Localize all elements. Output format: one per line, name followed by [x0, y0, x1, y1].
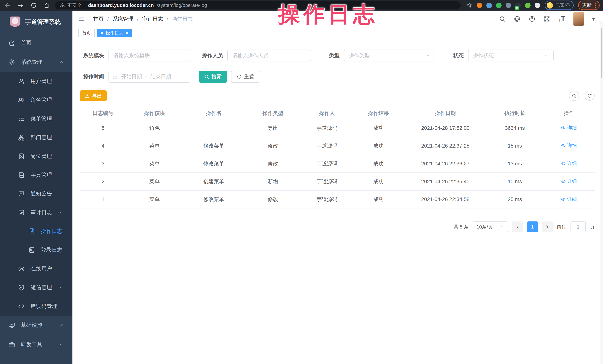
sidebar-item-用户管理[interactable]: 用户管理 [0, 72, 72, 91]
sidebar-item-字典管理[interactable]: 字典管理 [0, 165, 72, 184]
orange-ring-extension-icon[interactable] [477, 3, 482, 8]
sidebar-item-label: 字典管理 [30, 171, 52, 179]
breadcrumb: 首页/系统管理/审计日志/操作日志 [93, 15, 193, 22]
chevron-down-icon [544, 53, 549, 58]
date-range-input[interactable]: 开始日期 - 结束日期 [108, 71, 190, 83]
sidebar-item-研发工具[interactable]: 研发工具 [0, 335, 72, 354]
sidebar-item-首页[interactable]: 首页 [0, 33, 72, 53]
forward-icon[interactable] [17, 2, 24, 9]
prev-page-button[interactable] [512, 221, 523, 232]
end-date-placeholder: 结束日期 [150, 73, 171, 80]
table-row: 2菜单创建菜单新增芋道源码成功2021-04-26 22:35:4515 ms详… [80, 173, 595, 191]
avatar[interactable] [573, 12, 584, 26]
github-icon[interactable] [514, 16, 521, 22]
goto-page-input[interactable]: 1 [570, 221, 586, 232]
sidebar-item-操作日志[interactable]: 操作日志 [0, 222, 72, 241]
sidebar-item-登录日志[interactable]: 登录日志 [0, 241, 72, 259]
green-leaf-extension-icon[interactable] [525, 3, 531, 8]
browser-nav-buttons [0, 2, 55, 9]
tag-首页[interactable]: 首页 [78, 29, 95, 37]
sidebar-item-岗位管理[interactable]: 岗位管理 [0, 147, 72, 165]
question-icon[interactable] [529, 16, 535, 22]
tag-操作日志[interactable]: 操作日志× [97, 29, 132, 37]
next-page-button[interactable] [542, 221, 553, 232]
status-select[interactable]: 操作状态 [468, 50, 554, 61]
page-content: 系统模块 请输入系统模块 操作人员 请输入操作人员 类型 操作类型 状态 操作状… [72, 39, 603, 364]
page-scrollbar[interactable] [600, 21, 603, 364]
sidebar-item-审计日志[interactable]: 审计日志 [0, 203, 72, 222]
detail-link[interactable]: 详细 [561, 124, 577, 131]
breadcrumb-item: 操作日志 [172, 15, 193, 22]
sidebar-item-基础设施[interactable]: 基础设施 [0, 316, 72, 335]
sidebar-item-通知公告[interactable]: 通知公告 [0, 184, 72, 203]
table-cell: 芋道源码 [301, 178, 353, 185]
sidebar-item-错误码管理[interactable]: 错误码管理 [0, 297, 72, 316]
column-header: 日志编号 [80, 110, 126, 117]
green-circle-extension-icon[interactable] [496, 3, 502, 8]
refresh-icon [587, 93, 592, 98]
reload-icon[interactable] [30, 2, 37, 9]
users-icon [18, 97, 25, 104]
detail-link[interactable]: 详细 [561, 178, 577, 185]
sidebar-item-短信管理[interactable]: 短信管理 [0, 278, 72, 297]
table-cell: 成功 [353, 124, 404, 132]
dark-switch-extension-icon[interactable]: on [515, 3, 521, 8]
fontsize-icon[interactable]: TT [558, 16, 565, 22]
home-icon[interactable] [44, 2, 50, 9]
search-icon[interactable] [499, 16, 506, 22]
browser-menu-icon[interactable] [595, 3, 596, 8]
page-number-button[interactable]: 1 [527, 221, 538, 232]
detail-link[interactable]: 详细 [561, 196, 577, 202]
paused-extension-pill[interactable]: 已暂停 [545, 0, 574, 10]
security-indicator[interactable]: 不安全 [60, 2, 82, 9]
type-select[interactable]: 操作类型 [344, 50, 435, 61]
refresh-table-button[interactable] [585, 91, 595, 101]
back-icon[interactable] [4, 2, 11, 9]
operate-log-icon [28, 228, 35, 235]
caret-down-icon[interactable]: ▾ [592, 16, 595, 22]
reset-button[interactable]: 重置 [231, 71, 260, 83]
bookmark-star-icon[interactable] [466, 2, 472, 8]
pagination: 共 5 条 10条/页 1 前往 1 页 [80, 221, 595, 232]
scrollbar-thumb[interactable] [601, 28, 603, 78]
blue-drop-extension-icon[interactable] [486, 3, 492, 8]
tag-close-icon[interactable]: × [126, 31, 128, 35]
browser-update-button[interactable]: 更新 [578, 0, 600, 10]
detail-link[interactable]: 详细 [561, 142, 577, 149]
sidebar-item-在线用户[interactable]: 在线用户 [0, 259, 72, 278]
puzzle-extension-icon[interactable] [535, 3, 540, 8]
address-bar[interactable]: 不安全 dashboard.yudao.iocoder.cn /system/l… [55, 1, 461, 10]
extension-on-badge: on [515, 6, 519, 10]
sidebar-logo-row[interactable]: 芋道管理系统 [0, 11, 72, 33]
sidebar-item-系统管理[interactable]: 系统管理 [0, 53, 72, 72]
main-area: 首页/系统管理/审计日志/操作日志 TT ▾ 首页操作日志× 系统模块 请输入系… [72, 11, 603, 364]
sidebar-item-label: 研发工具 [21, 341, 42, 348]
login-log-icon [28, 246, 35, 254]
operator-input[interactable]: 请输入操作人员 [227, 50, 311, 61]
chevron-down-icon [59, 285, 64, 290]
url-divider [85, 3, 85, 8]
sidebar-item-部门管理[interactable]: 部门管理 [0, 128, 72, 147]
detail-link[interactable]: 详细 [561, 160, 577, 167]
tags-bar: 首页操作日志× [72, 27, 603, 39]
breadcrumb-item[interactable]: 审计日志 [142, 15, 163, 22]
url-host: dashboard.yudao.iocoder.cn [88, 2, 154, 8]
fullscreen-icon[interactable] [544, 16, 550, 22]
breadcrumb-item[interactable]: 首页 [93, 15, 104, 22]
table-row: 5角色导出芋道源码成功2021-04-28 17:52:093634 ms详细 [80, 119, 595, 137]
sidebar-item-菜单管理[interactable]: 菜单管理 [0, 109, 72, 128]
sidebar-item-角色管理[interactable]: 角色管理 [0, 91, 72, 109]
gray-diamond-extension-icon[interactable] [506, 3, 511, 8]
module-input[interactable]: 请输入系统模块 [108, 50, 192, 61]
show-search-button[interactable] [569, 91, 579, 101]
sidebar-item-label: 登录日志 [41, 246, 62, 254]
eye-icon [561, 197, 566, 202]
breadcrumb-item[interactable]: 系统管理 [113, 15, 133, 22]
table-cell: 15 ms [487, 143, 543, 149]
hamburger-icon[interactable] [78, 15, 85, 23]
search-button[interactable]: 搜索 [199, 71, 227, 83]
table-tools [569, 91, 595, 101]
export-button[interactable]: 导出 [80, 90, 107, 101]
column-header: 操作日期 [404, 110, 487, 117]
page-size-select[interactable]: 10条/页 [473, 221, 508, 232]
